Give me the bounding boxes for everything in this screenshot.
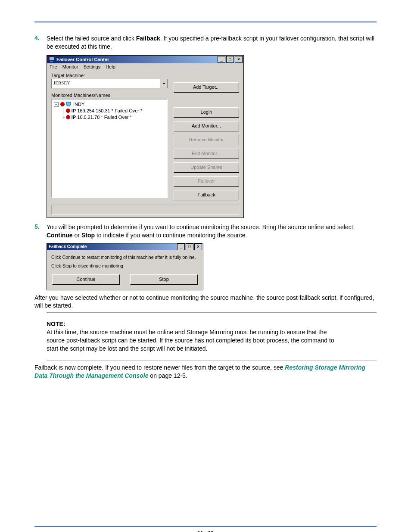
- fcc-titlebar[interactable]: Failover Control Center _ □ ×: [47, 56, 243, 63]
- step5-bold1: Continue: [47, 232, 73, 239]
- tree-item-1-ip: IP: [72, 115, 76, 120]
- tree-connector-icon: └: [62, 115, 65, 120]
- login-button[interactable]: Login: [174, 107, 239, 118]
- step5-text-a: You will be prompted to determine if you…: [47, 224, 353, 230]
- failback-complete-window: Failback Complete _ □ × Click Continue t…: [47, 243, 203, 290]
- svg-rect-2: [50, 61, 53, 62]
- monitored-tree[interactable]: − INDY ├ IP 169.254.150.31 * Failed Over…: [51, 99, 168, 198]
- status-bar: [51, 205, 239, 215]
- svg-rect-1: [50, 57, 54, 60]
- note-top-rule: [47, 312, 377, 313]
- step-5-number: 5.: [34, 223, 47, 240]
- app-icon: [49, 56, 55, 62]
- minimize-button[interactable]: _: [218, 56, 225, 63]
- step-5-text: You will be prompted to determine if you…: [47, 223, 377, 240]
- maximize-button[interactable]: □: [186, 243, 193, 250]
- note-block: NOTE: At this time, the source machine m…: [47, 317, 377, 356]
- fbc-line1: Click Continue to restart monitoring of …: [51, 255, 199, 260]
- add-monitor-button[interactable]: Add Monitor...: [174, 121, 239, 131]
- note-bottom-rule: [47, 361, 377, 361]
- close-button[interactable]: ×: [235, 56, 243, 63]
- dropdown-arrow-icon[interactable]: [160, 79, 167, 88]
- stop-button[interactable]: Stop: [130, 274, 198, 285]
- failback-button[interactable]: Failback: [174, 190, 239, 200]
- failover-button[interactable]: Failover: [174, 176, 239, 187]
- tree-item-0-status: * Failed Over *: [112, 108, 143, 113]
- svg-marker-3: [162, 83, 165, 84]
- top-border: [34, 22, 377, 22]
- status-dot-icon: [66, 115, 70, 119]
- svg-rect-5: [67, 106, 70, 106]
- final-paragraph: Failback is now complete. If you need to…: [34, 364, 377, 380]
- computer-icon: [66, 102, 72, 107]
- page-footer: 11 - 19: [34, 526, 377, 532]
- continue-button[interactable]: Continue: [52, 274, 120, 285]
- update-shares-button[interactable]: Update Shares: [174, 162, 239, 173]
- target-machine-value: JERSEY: [52, 79, 160, 88]
- close-button[interactable]: ×: [194, 243, 202, 250]
- step-4-text: Select the failed source and click Failb…: [47, 34, 377, 51]
- target-machine-dropdown[interactable]: JERSEY: [51, 79, 168, 88]
- step4-bold1: Failback: [136, 35, 160, 42]
- tree-root-label: INDY: [73, 102, 84, 107]
- fcc-menubar: File Monitor Settings Help: [47, 63, 243, 70]
- menu-file[interactable]: File: [50, 64, 57, 69]
- page-number: 11 - 19: [197, 530, 213, 532]
- tree-connector-icon: ├: [62, 108, 65, 113]
- target-machine-label: Target Machine:: [51, 73, 168, 78]
- minimize-button[interactable]: _: [177, 243, 185, 250]
- menu-help[interactable]: Help: [106, 64, 115, 69]
- fbc-title: Failback Complete: [49, 244, 87, 249]
- monitored-machines-label: Monitored Machines/Names:: [51, 93, 168, 98]
- status-dot-icon: [66, 109, 70, 113]
- tree-item-0[interactable]: ├ IP 169.254.150.31 * Failed Over *: [54, 108, 165, 114]
- tree-item-1[interactable]: └ IP 10.0.21.78 * Failed Over *: [54, 114, 165, 121]
- step5-bold2: Stop: [81, 232, 95, 239]
- menu-monitor[interactable]: Monitor: [62, 64, 78, 69]
- final-text-b: on page 12-5.: [148, 372, 187, 379]
- step5-text-c: to indicate if you want to continue moni…: [95, 232, 247, 239]
- edit-monitor-button[interactable]: Edit Monitor...: [174, 149, 239, 159]
- menu-settings[interactable]: Settings: [83, 64, 100, 69]
- maximize-button[interactable]: □: [226, 56, 234, 63]
- step-4: 4. Select the failed source and click Fa…: [34, 34, 377, 51]
- final-text-a: Failback is now complete. If you need to…: [34, 364, 285, 371]
- failover-control-center-window: Failover Control Center _ □ × File Monit…: [47, 55, 244, 218]
- fbc-line2: Click Stop to discontinue monitoring.: [51, 263, 199, 268]
- add-target-button[interactable]: Add Target...: [174, 82, 239, 93]
- step4-text-a: Select the failed source and click: [47, 35, 136, 42]
- step-5: 5. You will be prompted to determine if …: [34, 223, 377, 240]
- tree-item-1-status: * Failed Over *: [101, 115, 132, 120]
- step-4-number: 4.: [34, 34, 47, 51]
- status-dot-icon: [60, 102, 65, 106]
- tree-item-0-ip: IP: [72, 108, 76, 113]
- note-text: At this time, the source machine must be…: [47, 328, 339, 353]
- after-text: After you have selected whether or not t…: [34, 294, 377, 310]
- fbc-titlebar[interactable]: Failback Complete _ □ ×: [47, 243, 203, 250]
- remove-monitor-button[interactable]: Remove Monitor: [174, 135, 239, 145]
- svg-rect-4: [66, 102, 71, 105]
- collapse-icon[interactable]: −: [54, 102, 59, 107]
- fcc-title: Failover Control Center: [56, 57, 109, 62]
- note-label: NOTE:: [47, 320, 85, 327]
- tree-item-0-addr: 169.254.150.31: [77, 108, 110, 113]
- step5-text-b: or: [73, 232, 81, 239]
- tree-item-1-addr: 10.0.21.78: [77, 115, 100, 120]
- tree-root[interactable]: − INDY: [54, 101, 165, 108]
